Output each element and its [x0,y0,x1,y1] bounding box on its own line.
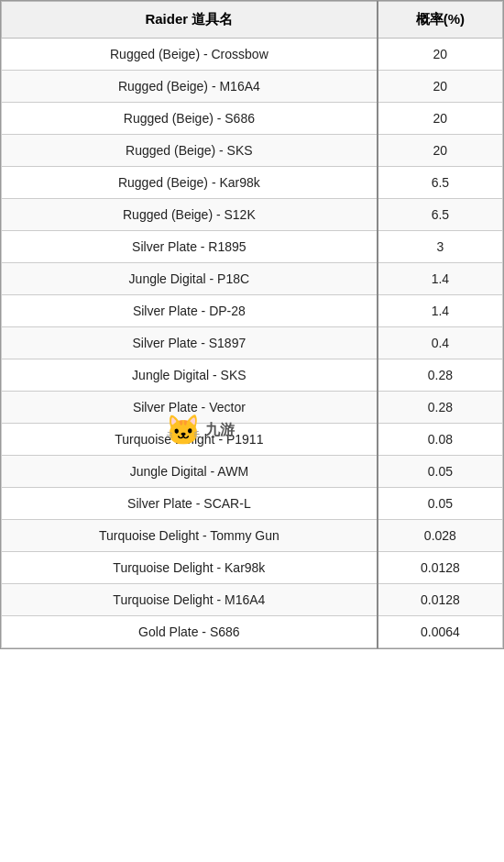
item-rate-cell: 0.28 [378,359,503,392]
table-row: Silver Plate - R18953 [2,231,503,263]
item-rate-cell: 20 [378,103,503,135]
item-rate-cell: 0.05 [378,488,503,520]
table-row: Silver Plate - SCAR-L0.05 [2,488,503,520]
item-name-cell: Rugged (Beige) - Crossbow [2,39,378,71]
table-row: Jungle Digital - P18C1.4 [2,263,503,295]
item-name-cell: Jungle Digital - SKS [2,359,378,392]
table-row: Silver Plate - Vector0.28 [2,392,503,424]
item-name-cell: Turquoise Delight - P1911 [2,424,378,456]
table-row: Rugged (Beige) - S68620 [2,103,503,135]
item-name-cell: Rugged (Beige) - Kar98k [2,167,378,199]
column-header-name: Raider 道具名 [2,2,378,39]
table-row: Turquoise Delight - Kar98k0.0128 [2,552,503,584]
table-row: Turquoise Delight - M16A40.0128 [2,584,503,616]
item-rate-cell: 0.0128 [378,552,503,584]
item-rate-cell: 3 [378,231,503,263]
raider-table-container: Raider 道具名 概率(%) Rugged (Beige) - Crossb… [0,0,504,649]
item-rate-cell: 20 [378,71,503,103]
item-rate-cell: 20 [378,135,503,167]
table-row: Gold Plate - S6860.0064 [2,616,503,648]
item-rate-cell: 0.4 [378,327,503,359]
item-rate-cell: 0.08 [378,424,503,456]
item-rate-cell: 1.4 [378,263,503,295]
item-rate-cell: 0.28 [378,392,503,424]
item-name-cell: Rugged (Beige) - S686 [2,103,378,135]
table-row: Rugged (Beige) - Kar98k6.5 [2,167,503,199]
table-row: Rugged (Beige) - M16A420 [2,71,503,103]
item-name-cell: Jungle Digital - P18C [2,263,378,295]
item-name-cell: Gold Plate - S686 [2,616,378,648]
table-row: Turquoise Delight - Tommy Gun0.028 [2,520,503,552]
item-name-cell: Silver Plate - Vector [2,392,378,424]
table-row: Rugged (Beige) - S12K6.5 [2,199,503,231]
table-header-row: Raider 道具名 概率(%) [2,2,503,39]
item-rate-cell: 0.0128 [378,584,503,616]
item-name-cell: Jungle Digital - AWM [2,456,378,488]
table-row: Rugged (Beige) - SKS20 [2,135,503,167]
table-row: Jungle Digital - AWM0.05 [2,456,503,488]
item-rate-cell: 20 [378,39,503,71]
item-name-cell: Silver Plate - S1897 [2,327,378,359]
table-row: Turquoise Delight - P19110.08 [2,424,503,456]
item-rate-cell: 6.5 [378,167,503,199]
table-row: Silver Plate - S18970.4 [2,327,503,359]
item-name-cell: Silver Plate - SCAR-L [2,488,378,520]
item-name-cell: Rugged (Beige) - SKS [2,135,378,167]
item-rate-cell: 1.4 [378,295,503,327]
item-rate-cell: 0.05 [378,456,503,488]
raider-table: Raider 道具名 概率(%) Rugged (Beige) - Crossb… [1,1,503,648]
item-name-cell: Rugged (Beige) - S12K [2,199,378,231]
item-name-cell: Turquoise Delight - Kar98k [2,552,378,584]
item-name-cell: Turquoise Delight - M16A4 [2,584,378,616]
table-row: Rugged (Beige) - Crossbow20 [2,39,503,71]
item-name-cell: Silver Plate - DP-28 [2,295,378,327]
item-rate-cell: 6.5 [378,199,503,231]
table-row: Jungle Digital - SKS0.28 [2,359,503,392]
item-name-cell: Silver Plate - R1895 [2,231,378,263]
item-name-cell: Turquoise Delight - Tommy Gun [2,520,378,552]
table-row: Silver Plate - DP-281.4 [2,295,503,327]
item-rate-cell: 0.0064 [378,616,503,648]
item-rate-cell: 0.028 [378,520,503,552]
column-header-rate: 概率(%) [378,2,503,39]
item-name-cell: Rugged (Beige) - M16A4 [2,71,378,103]
